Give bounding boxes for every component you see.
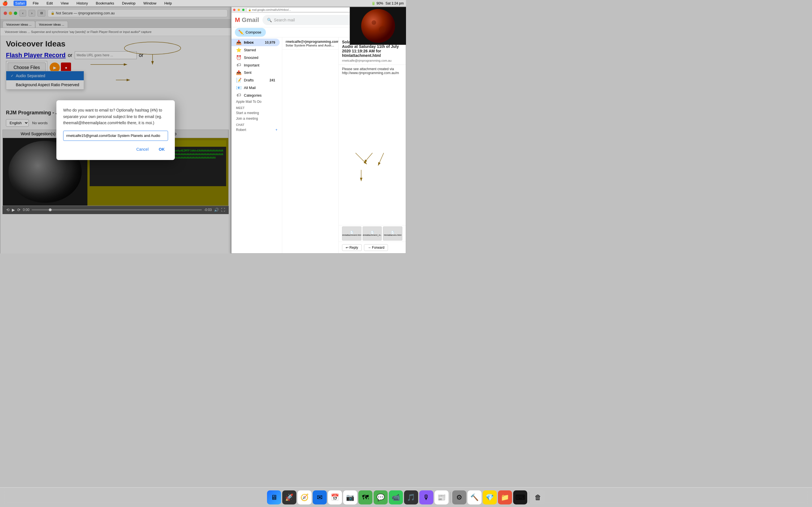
menu-edit[interactable]: Edit [45,1,54,6]
forward-button[interactable]: → Forward [364,244,388,251]
gmail-body: 📥 Inbox 10,979 ⭐ Starred ⏰ Snoozed 🏷 Imp… [232,38,406,253]
sidebar-item-apple-mail[interactable]: Apple Mail To Do [232,99,282,105]
menu-develop[interactable]: Develop [120,1,137,6]
gmail-sidebar: 📥 Inbox 10,979 ⭐ Starred ⏰ Snoozed 🏷 Imp… [232,38,282,253]
attachment-row: 📄 htmlattachment.html 📄 htmlattachment_m… [339,225,406,242]
categories-icon: 🏷 [236,93,242,98]
svg-line-7 [378,153,384,166]
important-icon: 🏷 [236,62,242,68]
sidebar-section-meet: Meet [232,105,282,110]
menu-window[interactable]: Window [142,1,158,6]
apple-menu-icon[interactable]: 🍎 [2,1,8,6]
menu-view[interactable]: View [59,1,70,6]
sidebar-item-starred[interactable]: ⭐ Starred [232,46,280,54]
mars-svg [350,7,406,45]
menu-bar: 🍎 Safari File Edit View History Bookmark… [0,0,406,7]
inbox-icon: 📥 [236,40,242,45]
sidebar-item-categories[interactable]: 🏷 Categories [232,92,280,99]
email-list: rmetcalfe@rjmprogramming.com.au Solar Sy… [282,38,339,253]
svg-point-10 [361,9,395,43]
dialog-overlay: Who do you want to email to? Optionally … [0,7,231,253]
menu-help[interactable]: Help [163,1,174,6]
gmail-logo: M Gmail [235,16,259,24]
sidebar-item-inbox[interactable]: 📥 Inbox 10,979 [232,39,280,46]
sidebar-item-drafts[interactable]: 📝 Drafts 241 [232,76,280,84]
email-subject-1: Solar System Planets and Audio at Saturd… [286,44,335,47]
start-meeting-label: Start a meeting [236,111,259,115]
allmail-icon: 📧 [236,85,242,91]
sidebar-item-start-meeting[interactable]: Start a meeting [232,110,282,116]
menu-bar-right: 🔋 90% Sat 1:24 pm [371,1,404,5]
svg-line-5 [356,153,367,164]
important-label: Important [244,63,259,67]
inbox-count: 10,979 [265,41,275,45]
svg-line-6 [364,153,372,163]
sidebar-item-allmail[interactable]: 📧 All Mail [232,84,280,92]
add-chat-icon[interactable]: + [275,128,277,132]
email-to-input[interactable] [63,131,168,141]
compose-icon: ✏️ [238,30,244,35]
email-dialog: Who do you want to email to? Optionally … [56,100,175,160]
drafts-icon: 📝 [236,77,242,83]
allmail-label: All Mail [244,86,256,90]
email-sender-1: rmetcalfe@rjmprogramming.com.au [286,40,335,44]
gmail-main: rmetcalfe@rjmprogramming.com.au Solar Sy… [282,38,406,253]
star-icon: ⭐ [236,47,242,53]
sidebar-item-sent[interactable]: 📤 Sent [232,69,280,76]
attachment-1[interactable]: 📄 htmlattachment.html [342,226,361,240]
menu-history[interactable]: History [75,1,89,6]
email-view: Solar System Planets and Audio at Saturd… [339,38,406,253]
drafts-label: Drafts [244,78,254,82]
mars-preview-image [350,7,406,45]
categories-label: Categories [244,93,262,98]
menu-file[interactable]: File [31,1,40,6]
email-content-area [339,147,406,225]
dialog-message: Who do you want to email to? Optionally … [63,107,168,126]
menu-bookmarks[interactable]: Bookmarks [94,1,116,6]
sidebar-item-robert[interactable]: Robert + [232,127,282,133]
ok-button[interactable]: OK [155,145,168,153]
attachment-icon-1: 📄 [350,231,353,234]
sent-icon: 📤 [236,70,242,75]
snoozed-label: Snoozed [244,55,258,60]
search-placeholder: Search mail [274,18,295,22]
join-meeting-label: Join a meeting [236,117,258,121]
clock: Sat 1:24 pm [386,1,404,5]
sidebar-item-snoozed[interactable]: ⏰ Snoozed [232,54,280,61]
starred-label: Starred [244,48,256,52]
email-actions: ↩ Reply → Forward [339,242,406,253]
gmail-content-container: rmetcalfe@rjmprogramming.com.au Solar Sy… [282,38,406,253]
compose-button[interactable]: ✏️ Compose [235,28,266,37]
email-arrows-svg [339,147,406,225]
apple-mail-label: Apple Mail To Do [236,100,262,104]
gmail-minimize[interactable] [238,9,240,11]
attachment-icon-2: 📄 [371,231,374,234]
battery-indicator: 🔋 90% [371,1,383,5]
attachment-3[interactable]: 📄 htmlattacves.html [383,226,402,240]
email-body: Please see attachment created via http:/… [339,65,406,147]
sidebar-item-important[interactable]: 🏷 Important [232,61,280,69]
svg-point-12 [379,26,386,33]
gmail-close[interactable] [233,9,236,11]
inbox-label: Inbox [244,40,254,45]
snooze-icon: ⏰ [236,55,242,60]
attachment-icon-3: 📄 [391,231,394,234]
reply-button[interactable]: ↩ Reply [342,244,362,251]
svg-point-11 [371,20,376,25]
compose-label: Compose [246,30,261,34]
robert-label: Robert [236,128,246,132]
attachment-2[interactable]: 📄 htmlattachment_m... [363,226,382,240]
menu-safari[interactable]: Safari [13,1,27,6]
gmail-maximize[interactable] [242,9,245,11]
email-meta: rmetcalfe@rjmprogramming.com.au [342,59,402,62]
sent-label: Sent [244,70,252,75]
search-icon: 🔍 [267,18,272,22]
drafts-count: 241 [269,78,275,82]
email-item-1[interactable]: rmetcalfe@rjmprogramming.com.au Solar Sy… [282,38,338,50]
dialog-buttons: Cancel OK [63,145,168,153]
sidebar-item-join-meeting[interactable]: Join a meeting [232,116,282,121]
sidebar-section-chat: Chat [232,121,282,127]
cancel-button[interactable]: Cancel [133,145,152,153]
